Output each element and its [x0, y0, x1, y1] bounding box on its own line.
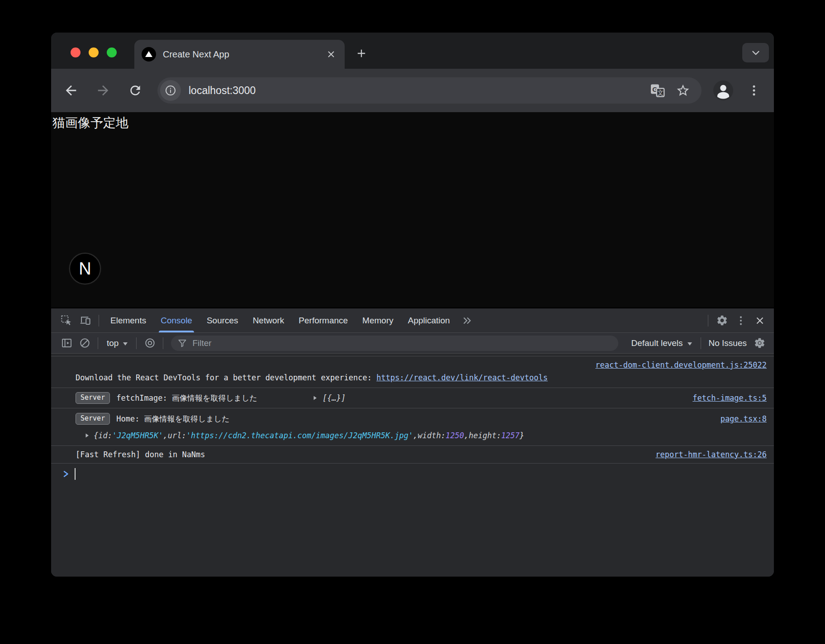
reload-button[interactable] — [125, 80, 145, 100]
message-text: [Fast Refresh] done in NaNms — [76, 450, 205, 459]
message-text: Download the React DevTools for a better… — [76, 373, 376, 382]
caret-down-icon — [123, 342, 128, 346]
browser-menu-button[interactable] — [745, 81, 763, 99]
minimize-window-button[interactable] — [89, 47, 99, 57]
server-badge: Server — [76, 413, 110, 425]
devtools-close-button[interactable] — [750, 311, 769, 330]
filter-input[interactable] — [192, 338, 612, 348]
inspect-element-button[interactable] — [57, 311, 76, 330]
clear-console-button[interactable] — [76, 334, 94, 352]
object-string-value: 'J2qM5HR5K' — [112, 431, 163, 440]
profile-button[interactable] — [712, 80, 734, 101]
expand-triangle-icon[interactable] — [312, 395, 318, 401]
console-settings-button[interactable] — [750, 334, 768, 352]
tab-application[interactable]: Application — [401, 308, 457, 332]
device-toolbar-icon — [79, 314, 91, 327]
site-info-button[interactable] — [160, 80, 181, 101]
new-tab-button[interactable] — [351, 43, 371, 63]
nextjs-favicon-icon — [142, 47, 156, 62]
object-colon: : — [441, 431, 446, 440]
browser-tab[interactable]: Create Next App — [134, 40, 345, 69]
bookmark-button[interactable] — [673, 80, 693, 101]
inspect-cursor-icon — [60, 314, 72, 327]
traffic-lights — [71, 47, 117, 57]
browser-window: Create Next App — [51, 33, 774, 577]
levels-label: Default levels — [631, 338, 683, 348]
devtools-tabbar: Elements Console Sources Network Perform… — [51, 308, 774, 333]
console-message-react-devtools: react-dom-client.development.js:25022 Do… — [51, 356, 774, 388]
close-icon — [326, 49, 337, 60]
url-text[interactable]: localhost:3000 — [189, 85, 643, 97]
divider — [98, 337, 98, 349]
close-icon — [754, 315, 766, 327]
object-number-value: 1257 — [501, 431, 520, 440]
prompt-chevron-icon — [62, 470, 70, 478]
more-tabs-button[interactable] — [457, 311, 476, 330]
cat-image-placeholder-text: 猫画像予定地 — [52, 114, 128, 132]
console-log: react-dom-client.development.js:25022 Do… — [51, 354, 774, 577]
tab-performance[interactable]: Performance — [291, 308, 355, 332]
gear-icon — [716, 314, 728, 327]
text-cursor — [75, 468, 76, 480]
object-colon: : — [182, 431, 186, 440]
object-preview-collapsed[interactable]: [{…}] — [322, 393, 346, 402]
object-string-value: 'https://cdn2.thecatapi.com/images/J2qM5… — [186, 431, 413, 440]
divider — [163, 337, 163, 349]
translate-button[interactable]: G 文 — [647, 80, 668, 101]
object-comma: , — [464, 431, 469, 440]
tab-sources[interactable]: Sources — [199, 308, 246, 332]
execution-context-select[interactable]: top — [102, 338, 132, 348]
object-key: width — [418, 431, 441, 440]
object-key: id — [98, 431, 107, 440]
object-colon: : — [108, 431, 112, 440]
devtools-panel: Elements Console Sources Network Perform… — [51, 308, 774, 577]
address-bar[interactable]: localhost:3000 G 文 — [157, 77, 702, 104]
issues-counter[interactable]: No Issues — [705, 338, 750, 348]
divider — [136, 337, 137, 349]
console-message-fetch-image: Server fetchImage: 画像情報を取得しました [{…}] fet… — [51, 388, 774, 408]
object-comma: , — [413, 431, 417, 440]
translate-icon: G 文 — [650, 82, 666, 99]
console-sidebar-button[interactable] — [57, 334, 76, 352]
double-chevron-right-icon — [461, 315, 473, 327]
zoom-window-button[interactable] — [107, 47, 117, 57]
info-icon — [164, 84, 177, 97]
svg-text:文: 文 — [657, 89, 664, 96]
tab-memory[interactable]: Memory — [355, 308, 401, 332]
forward-button[interactable] — [93, 80, 113, 100]
tab-elements[interactable]: Elements — [103, 308, 153, 332]
live-expression-button[interactable] — [141, 334, 159, 352]
nextjs-logo-letter: N — [79, 259, 91, 279]
clear-icon — [79, 337, 91, 349]
source-link[interactable]: report-hmr-latency.ts:26 — [655, 450, 767, 459]
console-prompt[interactable] — [51, 464, 774, 484]
source-link[interactable]: page.tsx:8 — [721, 414, 767, 423]
source-link[interactable]: react-dom-client.development.js:25022 — [595, 360, 767, 370]
object-preview-expanded-line[interactable]: {id: 'J2qM5HR5K', url: 'https://cdn2.the… — [76, 427, 767, 444]
divider — [701, 337, 701, 349]
chevron-down-icon — [750, 47, 762, 59]
console-filter[interactable] — [171, 336, 618, 351]
device-toolbar-button[interactable] — [76, 311, 95, 330]
plus-icon — [355, 47, 368, 60]
close-window-button[interactable] — [71, 47, 81, 57]
back-button[interactable] — [61, 80, 81, 100]
log-levels-select[interactable]: Default levels — [626, 338, 696, 348]
tab-close-button[interactable] — [324, 47, 338, 62]
nextjs-dev-badge[interactable]: N — [69, 253, 101, 284]
tab-search-button[interactable] — [742, 43, 769, 62]
tab-network[interactable]: Network — [246, 308, 292, 332]
filter-funnel-icon — [177, 338, 187, 348]
message-text: Home: 画像情報を取得しました — [116, 414, 229, 424]
tab-console[interactable]: Console — [153, 308, 199, 332]
message-text: fetchImage: 画像情報を取得しました — [116, 393, 257, 403]
object-key: height — [469, 431, 496, 440]
devtools-menu-button[interactable] — [731, 311, 750, 330]
source-link[interactable]: fetch-image.ts:5 — [692, 393, 767, 402]
devtools-settings-button[interactable] — [712, 311, 731, 330]
react-devtools-link[interactable]: https://react.dev/link/react-devtools — [376, 373, 548, 382]
expand-triangle-icon[interactable] — [84, 432, 90, 439]
context-label: top — [107, 338, 119, 348]
forward-arrow-icon — [95, 83, 111, 98]
caret-down-icon — [688, 342, 692, 346]
